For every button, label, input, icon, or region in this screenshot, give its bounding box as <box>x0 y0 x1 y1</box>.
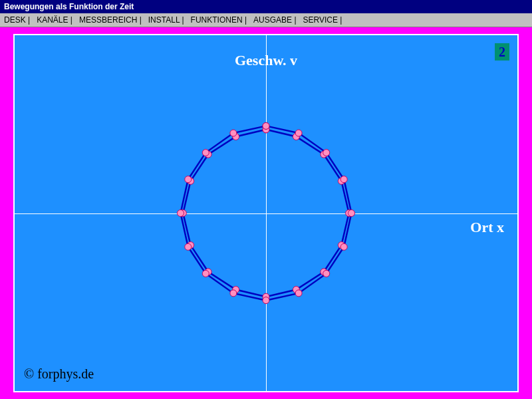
menu-desk[interactable]: DESK | <box>4 13 30 27</box>
plot-area: Geschw. v Ort x © forphys.de 2 <box>13 34 519 392</box>
data-point <box>323 270 330 277</box>
data-point <box>323 150 330 156</box>
data-point <box>348 210 355 217</box>
menu-install[interactable]: INSTALL | <box>148 13 184 27</box>
menu-messbereich[interactable]: MESSBEREICH | <box>79 13 142 27</box>
data-point <box>340 243 347 250</box>
data-point <box>295 290 302 297</box>
data-point <box>230 290 237 297</box>
menu-funktionen[interactable]: FUNKTIONEN | <box>191 13 247 27</box>
menu-service[interactable]: SERVICE | <box>303 13 342 27</box>
data-point <box>185 243 192 250</box>
series-markers <box>178 122 355 303</box>
data-point <box>340 176 347 183</box>
menu-ausgabe[interactable]: AUSGABE | <box>253 13 296 27</box>
plot-svg <box>15 35 517 391</box>
menubar: DESK | KANÄLE | MESSBEREICH | INSTALL | … <box>0 13 532 27</box>
data-point <box>202 270 209 277</box>
data-point <box>263 122 269 129</box>
data-point <box>185 176 192 183</box>
plot-frame: Geschw. v Ort x © forphys.de 2 <box>0 27 532 399</box>
window-title: Bewegungen als Funktion der Zeit <box>4 2 134 11</box>
data-point <box>295 130 302 136</box>
data-point <box>263 297 269 304</box>
menu-kanaele[interactable]: KANÄLE | <box>37 13 72 27</box>
data-point <box>178 210 184 217</box>
window-titlebar: Bewegungen als Funktion der Zeit <box>0 0 532 13</box>
data-point <box>230 130 237 136</box>
data-point <box>202 150 209 156</box>
